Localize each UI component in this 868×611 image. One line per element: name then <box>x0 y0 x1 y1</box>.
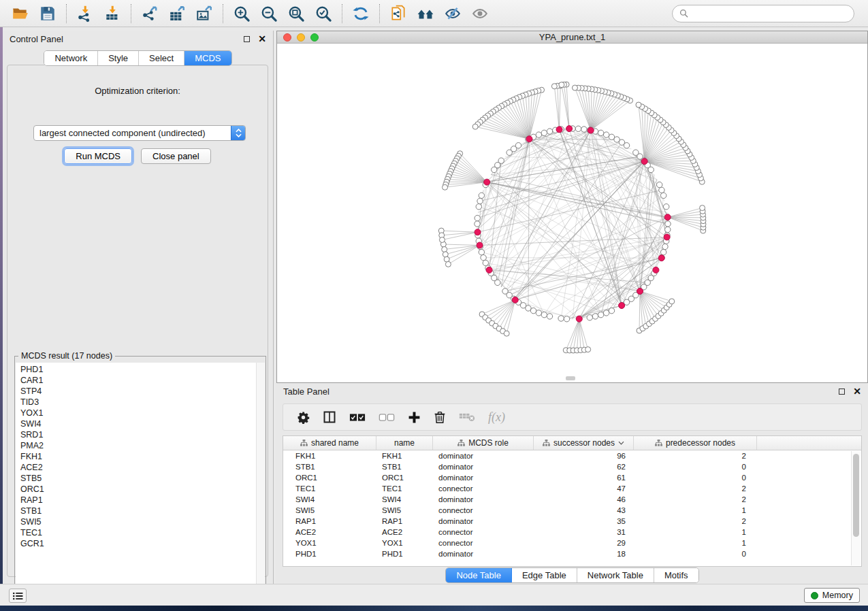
column-header-successor-nodes[interactable]: successor nodes <box>534 436 634 450</box>
cell-successor_nodes[interactable]: 46 <box>534 495 634 503</box>
mcds-result-item[interactable]: SRD1 <box>20 429 251 440</box>
network-canvas[interactable] <box>277 44 867 382</box>
export-image-button[interactable] <box>191 2 218 25</box>
mcds-result-item[interactable]: TEC1 <box>20 527 251 538</box>
mcds-result-item[interactable]: STB5 <box>20 473 251 484</box>
table-scrollbar[interactable] <box>851 451 861 565</box>
mcds-result-item[interactable]: CAR1 <box>20 375 251 386</box>
close-panel-icon[interactable]: ✕ <box>258 34 266 44</box>
tab-motifs[interactable]: Motifs <box>654 568 698 582</box>
table-row[interactable]: TEC1TEC1connector472 <box>283 483 861 494</box>
table-row[interactable]: YOX1YOX1connector291 <box>283 538 861 548</box>
mcds-result-item[interactable]: STB1 <box>20 506 251 516</box>
refresh-button[interactable] <box>347 2 374 25</box>
cell-shared_name[interactable]: PHD1 <box>283 550 376 558</box>
cell-predecessor_nodes[interactable]: 2 <box>634 452 757 460</box>
cell-name[interactable]: TEC1 <box>376 484 433 493</box>
tab-style[interactable]: Style <box>98 51 139 65</box>
save-session-button[interactable] <box>34 2 61 25</box>
cell-successor_nodes[interactable]: 96 <box>534 452 634 460</box>
cell-predecessor_nodes[interactable]: 1 <box>634 539 757 547</box>
column-header-predecessor-nodes[interactable]: predecessor nodes <box>634 436 757 450</box>
tab-network[interactable]: Network <box>44 51 98 65</box>
cell-shared_name[interactable]: YOX1 <box>283 539 376 547</box>
mcds-list-scrollbar[interactable] <box>256 363 265 604</box>
table-scrollbar-thumb[interactable] <box>853 454 859 537</box>
import-table-button[interactable] <box>99 2 126 25</box>
cell-mcds_role[interactable]: dominator <box>433 452 534 460</box>
tab-node-table[interactable]: Node Table <box>446 568 512 582</box>
cell-predecessor_nodes[interactable]: 1 <box>634 528 757 536</box>
cell-shared_name[interactable]: ACE2 <box>283 528 376 536</box>
table-row[interactable]: ACE2ACE2connector311 <box>283 527 861 538</box>
mcds-result-item[interactable]: PHD1 <box>20 364 251 375</box>
cell-successor_nodes[interactable]: 61 <box>534 474 634 482</box>
cell-predecessor_nodes[interactable]: 0 <box>634 463 757 471</box>
cell-shared_name[interactable]: ORC1 <box>283 474 376 482</box>
cell-mcds_role[interactable]: connector <box>433 528 534 536</box>
deselect-all-button[interactable] <box>379 413 395 422</box>
tab-edge-table[interactable]: Edge Table <box>512 568 577 582</box>
canvas-scrollbar-thumb[interactable] <box>566 376 575 380</box>
cell-shared_name[interactable]: SWI5 <box>283 506 376 514</box>
float-table-panel-icon[interactable] <box>839 389 845 395</box>
cell-predecessor_nodes[interactable]: 1 <box>634 506 757 514</box>
mcds-result-item[interactable]: GCR1 <box>20 538 251 549</box>
float-panel-icon[interactable] <box>244 36 250 42</box>
cell-successor_nodes[interactable]: 18 <box>534 550 634 558</box>
cell-name[interactable]: RAP1 <box>376 517 433 525</box>
hide-selected-button[interactable] <box>439 2 466 25</box>
cell-mcds_role[interactable]: dominator <box>433 495 534 503</box>
close-table-panel-icon[interactable]: ✕ <box>853 386 861 396</box>
cell-name[interactable]: PHD1 <box>376 550 433 558</box>
mcds-result-item[interactable]: ACE2 <box>20 462 251 473</box>
zoom-out-button[interactable] <box>255 2 283 25</box>
column-header-MCDS-role[interactable]: MCDS role <box>433 436 534 450</box>
cell-shared_name[interactable]: SWI4 <box>283 495 376 503</box>
table-row[interactable]: STB1STB1dominator620 <box>283 461 861 472</box>
tab-mcds[interactable]: MCDS <box>184 51 231 65</box>
mcds-result-item[interactable]: FKH1 <box>20 451 251 462</box>
network-window-titlebar[interactable]: YPA_prune.txt_1 <box>277 31 867 44</box>
add-column-button[interactable] <box>408 411 421 424</box>
cell-predecessor_nodes[interactable]: 2 <box>634 484 757 493</box>
cell-shared_name[interactable]: RAP1 <box>283 517 376 525</box>
import-network-button[interactable] <box>71 2 99 25</box>
cell-predecessor_nodes[interactable]: 2 <box>634 495 757 503</box>
cell-name[interactable]: ORC1 <box>376 474 433 482</box>
delete-column-button[interactable] <box>434 410 446 424</box>
cell-mcds_role[interactable]: dominator <box>433 474 534 482</box>
mcds-result-item[interactable]: SWI4 <box>20 418 251 429</box>
first-neighbors-button[interactable] <box>412 2 439 25</box>
cell-name[interactable]: ACE2 <box>376 528 433 536</box>
network-graph[interactable] <box>277 44 867 382</box>
cell-successor_nodes[interactable]: 62 <box>534 463 634 471</box>
new-network-from-selection-button[interactable] <box>385 2 412 25</box>
cell-name[interactable]: SWI5 <box>376 506 433 514</box>
table-row[interactable]: PHD1PHD1dominator180 <box>283 548 861 559</box>
cell-successor_nodes[interactable]: 29 <box>534 539 634 547</box>
zoom-in-button[interactable] <box>228 2 255 25</box>
column-header-shared-name[interactable]: shared name <box>283 436 376 450</box>
search-field[interactable] <box>672 5 854 22</box>
mcds-result-item[interactable]: YOX1 <box>20 408 251 418</box>
mcds-result-item[interactable]: RAP1 <box>20 495 251 506</box>
column-layout-button[interactable] <box>323 410 336 424</box>
zoom-selected-button[interactable] <box>310 2 337 25</box>
cell-predecessor_nodes[interactable]: 0 <box>634 550 757 558</box>
cell-successor_nodes[interactable]: 43 <box>534 506 634 514</box>
cell-predecessor_nodes[interactable]: 0 <box>634 474 757 482</box>
cell-name[interactable]: FKH1 <box>376 452 433 460</box>
cell-shared_name[interactable]: STB1 <box>283 463 376 471</box>
open-session-button[interactable] <box>7 2 34 25</box>
run-mcds-button[interactable]: Run MCDS <box>64 148 132 164</box>
cell-name[interactable]: STB1 <box>376 463 433 471</box>
mcds-result-item[interactable]: STP4 <box>20 386 251 397</box>
tab-select[interactable]: Select <box>139 51 184 65</box>
table-row[interactable]: ORC1ORC1dominator610 <box>283 472 861 483</box>
export-network-button[interactable] <box>136 2 163 25</box>
cell-mcds_role[interactable]: connector <box>433 539 534 547</box>
table-row[interactable]: SWI5SWI5connector431 <box>283 505 861 516</box>
task-history-button[interactable] <box>9 589 27 603</box>
cell-mcds_role[interactable]: dominator <box>433 550 534 558</box>
